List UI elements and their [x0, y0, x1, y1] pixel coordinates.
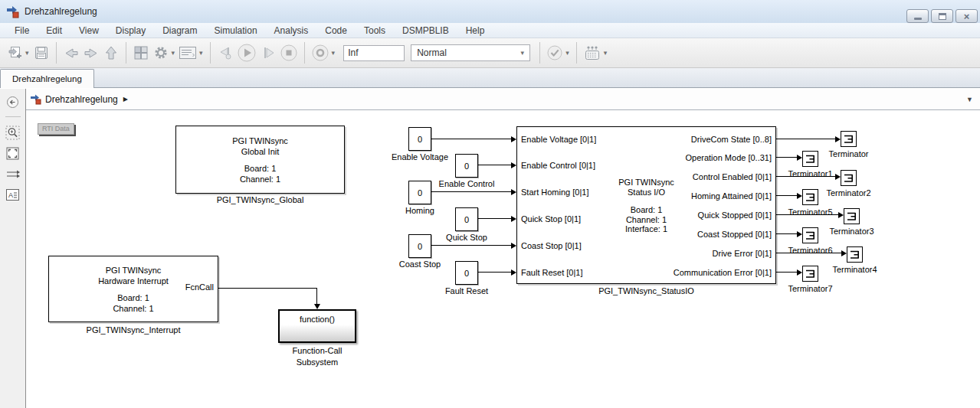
signal-wire[interactable]	[776, 157, 798, 158]
signal-wire[interactable]	[478, 165, 511, 165]
terminator-label: Terminator7	[764, 284, 857, 294]
terminator-block[interactable]	[802, 266, 818, 282]
constant-block[interactable]: 0	[455, 207, 478, 231]
function-call-subsystem-block[interactable]: function()	[278, 309, 356, 343]
keypad-control-caret-icon[interactable]: ▾	[604, 49, 608, 57]
simulation-mode-select[interactable]: Normal ▾	[411, 44, 530, 61]
terminator-icon	[802, 266, 818, 282]
record-caret-icon[interactable]: ▾	[332, 49, 336, 57]
menu-view[interactable]: View	[70, 25, 107, 36]
terminator-block[interactable]	[802, 227, 818, 243]
breadcrumb-dropdown-icon[interactable]: ▼	[966, 96, 973, 103]
annotation-tool-button[interactable]: A	[4, 186, 22, 203]
save-icon	[34, 45, 49, 60]
keypad-control-button[interactable]	[582, 42, 603, 64]
signal-wire[interactable]	[431, 245, 511, 246]
new-model-button[interactable]	[5, 42, 25, 64]
constant-label: Enable Voltage	[374, 152, 466, 162]
constant-block[interactable]: 0	[408, 127, 431, 151]
simulink-window: Drehzahlregelung × File Edit View Displa…	[0, 0, 980, 408]
step-back-icon	[217, 45, 234, 60]
menu-diagram[interactable]: Diagram	[154, 25, 205, 36]
explorer-bar-toggle-button[interactable]	[4, 93, 22, 110]
signal-wire[interactable]	[478, 218, 511, 219]
fit-to-view-icon	[5, 146, 20, 161]
terminator-block[interactable]	[802, 151, 818, 167]
breadcrumb-root[interactable]: Drehzahlregelung	[45, 94, 118, 105]
model-settings-caret-icon[interactable]: ▾	[172, 49, 175, 57]
navigate-up-button[interactable]	[101, 42, 121, 64]
status-io-block-name: PGI_TWINsync_StatusIO	[516, 286, 776, 296]
menu-help[interactable]: Help	[457, 25, 493, 36]
menu-simulation[interactable]: Simulation	[206, 25, 266, 36]
constant-label: Coast Stop	[374, 259, 466, 269]
menu-code[interactable]: Code	[316, 25, 356, 36]
signal-wire[interactable]	[478, 272, 511, 273]
step-back-button[interactable]	[215, 42, 235, 64]
rti-data-block[interactable]: RTI Data	[38, 123, 74, 135]
signal-wire[interactable]	[431, 191, 511, 192]
terminator-icon	[841, 170, 857, 186]
model-configuration-button[interactable]	[177, 42, 198, 64]
signal-wire[interactable]	[316, 288, 317, 305]
navigate-forward-button[interactable]	[81, 42, 101, 64]
signal-wire[interactable]	[776, 139, 836, 139]
constant-block[interactable]: 0	[455, 154, 478, 178]
record-icon	[311, 44, 329, 62]
stop-button[interactable]	[278, 42, 300, 64]
stop-time-input[interactable]	[343, 45, 405, 61]
update-diagram-button[interactable]	[545, 42, 565, 64]
menu-dsmpblib[interactable]: DSMPBLIB	[394, 25, 457, 36]
tab-drehzahlregelung[interactable]: Drehzahlregelung	[0, 69, 94, 88]
terminator-block[interactable]	[847, 246, 863, 263]
zoom-tool-button[interactable]	[4, 124, 22, 141]
model-canvas[interactable]: RTI Data PGI TWINsync Global Init Board:…	[26, 110, 980, 408]
library-browser-button[interactable]	[131, 42, 151, 64]
constant-block[interactable]: 0	[408, 234, 431, 258]
save-button[interactable]	[31, 42, 51, 64]
hardware-interrupt-block[interactable]: PGI TWINsync Hardware Interrupt Board: 1…	[48, 256, 218, 322]
terminator-icon	[802, 151, 818, 167]
palette-bar: A	[0, 89, 26, 408]
run-button[interactable]	[235, 42, 258, 64]
signal-wire[interactable]	[431, 139, 511, 139]
minimize-button[interactable]	[906, 9, 929, 23]
signal-wire[interactable]	[776, 272, 798, 273]
terminator-block[interactable]	[802, 189, 818, 205]
signal-wire[interactable]	[776, 233, 798, 234]
new-model-caret-icon[interactable]: ▾	[25, 49, 29, 57]
constant-value: 0	[464, 269, 469, 278]
status-io-block[interactable]: Enable Voltage [0|1] Enable Control [0|1…	[516, 126, 776, 284]
model-configuration-caret-icon[interactable]: ▾	[199, 49, 203, 57]
terminator-block[interactable]	[841, 170, 857, 186]
update-diagram-caret-icon[interactable]: ▾	[565, 49, 569, 57]
breadcrumb-arrow-icon[interactable]: ▶	[123, 96, 128, 103]
navigate-back-button[interactable]	[61, 42, 81, 64]
restore-button[interactable]	[931, 9, 953, 23]
terminator-block[interactable]	[844, 208, 860, 224]
model-configuration-icon	[179, 46, 197, 60]
record-button[interactable]	[310, 42, 331, 64]
constant-block[interactable]: 0	[455, 261, 478, 285]
wire-arrowhead	[511, 189, 516, 195]
constant-block[interactable]: 0	[408, 181, 431, 204]
signal-routing-button[interactable]	[4, 165, 22, 182]
close-button[interactable]: ×	[955, 9, 978, 23]
signal-wire[interactable]	[218, 288, 317, 289]
terminator-block[interactable]	[841, 131, 857, 147]
toolbar-separator	[539, 42, 540, 64]
step-forward-icon	[260, 45, 277, 60]
fit-to-view-button[interactable]	[4, 145, 22, 162]
global-init-block[interactable]: PGI TWINsync Global Init Board: 1 Channe…	[175, 126, 345, 194]
step-forward-button[interactable]	[258, 42, 278, 64]
model-settings-button[interactable]	[151, 42, 171, 64]
output-port-label: Control Enabled [0|1]	[693, 172, 772, 182]
block-text: function()	[280, 314, 355, 325]
menu-display[interactable]: Display	[107, 25, 154, 36]
new-model-icon	[8, 46, 22, 60]
menu-tools[interactable]: Tools	[356, 25, 394, 36]
menu-analysis[interactable]: Analysis	[266, 25, 317, 36]
signal-wire[interactable]	[776, 195, 798, 196]
menu-file[interactable]: File	[6, 25, 38, 36]
menu-edit[interactable]: Edit	[38, 25, 70, 36]
